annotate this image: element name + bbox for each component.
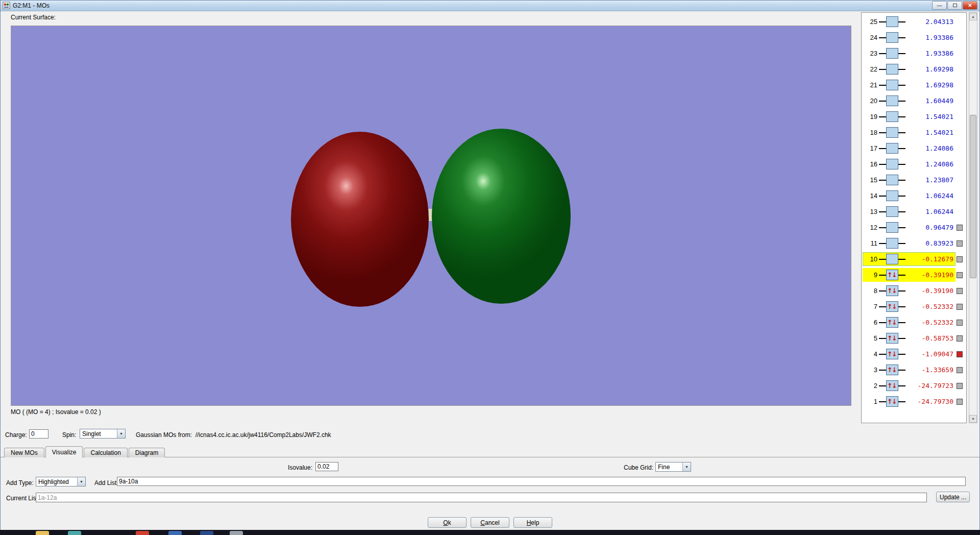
- ok-button[interactable]: Ok: [428, 517, 467, 528]
- mo-row-25[interactable]: 252.04313: [862, 14, 966, 30]
- mo-display-checkbox[interactable]: [957, 367, 963, 373]
- mo-display-checkbox[interactable]: [957, 304, 963, 310]
- mo-row-12[interactable]: 120.96479: [862, 220, 966, 235]
- mo-orbital-box[interactable]: [886, 190, 898, 201]
- mo-orbital-box[interactable]: [886, 16, 898, 27]
- update-button[interactable]: Update ...: [936, 492, 970, 502]
- chevron-down-icon[interactable]: ▼: [77, 477, 85, 486]
- mo-orbital-box[interactable]: [886, 175, 898, 185]
- mo-orbital-box[interactable]: ↑↓: [886, 301, 898, 312]
- chevron-down-icon[interactable]: ▼: [117, 429, 125, 438]
- mo-orbital-box[interactable]: ↑↓: [886, 396, 898, 407]
- mo-display-checkbox[interactable]: [957, 383, 963, 389]
- mo-row-16[interactable]: 161.24086: [862, 156, 966, 172]
- tab-diagram[interactable]: Diagram: [129, 448, 165, 457]
- mo-display-checkbox[interactable]: [957, 225, 963, 231]
- mo-orbital-box[interactable]: ↑↓: [886, 317, 898, 328]
- mo-row-22[interactable]: 221.69298: [862, 61, 966, 77]
- mo-orbital-box[interactable]: ↑↓: [886, 380, 898, 391]
- current-list-input[interactable]: [36, 493, 927, 502]
- mo-index: 11: [865, 239, 877, 247]
- mo-orbital-box[interactable]: ↑↓: [886, 285, 898, 296]
- mo-orbital-box[interactable]: [886, 95, 898, 106]
- mo-display-checkbox[interactable]: [957, 335, 963, 342]
- app-icon-darkblue[interactable]: [200, 531, 213, 535]
- mo-orbital-box[interactable]: [886, 32, 898, 43]
- mo-row-6[interactable]: 6↑↓-0.52332: [862, 314, 966, 330]
- mo-row-10[interactable]: 10-0.12679: [862, 251, 966, 267]
- minimize-button[interactable]: —: [932, 1, 947, 10]
- mo-orbital-box[interactable]: [886, 111, 898, 122]
- mo-row-3[interactable]: 3↑↓-1.33659: [862, 362, 966, 378]
- cancel-button[interactable]: Cancel: [471, 517, 509, 528]
- chevron-down-icon[interactable]: ▼: [682, 463, 691, 471]
- scroll-down-icon[interactable]: ▼: [969, 415, 977, 423]
- mo-row-1[interactable]: 1↑↓-24.79730: [862, 394, 966, 409]
- scroll-up-icon[interactable]: ▲: [969, 13, 977, 20]
- tab-visualize[interactable]: Visualize: [45, 446, 83, 457]
- mo-row-15[interactable]: 151.23807: [862, 172, 966, 188]
- mo-display-checkbox[interactable]: [957, 256, 963, 262]
- mo-row-7[interactable]: 7↑↓-0.52332: [862, 299, 966, 314]
- tab-calculation[interactable]: Calculation: [84, 448, 127, 457]
- mo-row-23[interactable]: 231.93386: [862, 45, 966, 61]
- mo-display-checkbox[interactable]: [957, 240, 963, 247]
- mo-orbital-box[interactable]: [886, 127, 898, 138]
- mo-display-checkbox[interactable]: [957, 288, 963, 294]
- folder-icon[interactable]: [36, 531, 49, 535]
- help-button[interactable]: Help: [513, 517, 552, 528]
- mo-row-17[interactable]: 171.24086: [862, 140, 966, 156]
- mo-orbital-box[interactable]: [886, 64, 898, 75]
- mo-index: 4: [865, 350, 877, 358]
- add-type-dropdown[interactable]: Highlighted ▼: [36, 477, 86, 487]
- isovalue-input[interactable]: [315, 462, 338, 471]
- app-icon-teal[interactable]: [68, 531, 81, 535]
- app-icon-gray[interactable]: [230, 531, 243, 535]
- mo-orbital-box[interactable]: [886, 206, 898, 217]
- add-list-input[interactable]: [117, 477, 966, 486]
- mo-list-scrollbar[interactable]: ▲ ▼: [969, 12, 977, 423]
- mo-orbital-box[interactable]: [886, 80, 898, 90]
- mo-display-checkbox[interactable]: [957, 399, 963, 405]
- tab-new-mos[interactable]: New MOs: [4, 448, 44, 457]
- mo-orbital-box[interactable]: ↑↓: [886, 333, 898, 344]
- close-button[interactable]: ✕: [963, 1, 977, 10]
- mo-orbital-box[interactable]: ↑↓: [886, 349, 898, 359]
- mo-display-checkbox[interactable]: [957, 272, 963, 278]
- mo-3d-viewport[interactable]: [11, 26, 851, 406]
- mo-connector-line: [898, 322, 905, 323]
- mo-orbital-box[interactable]: [886, 222, 898, 233]
- mo-row-9[interactable]: 9↑↓-0.39190: [862, 267, 966, 283]
- mo-row-8[interactable]: 8↑↓-0.39190: [862, 283, 966, 299]
- mo-orbital-box[interactable]: [886, 254, 898, 264]
- mo-display-checkbox[interactable]: [957, 320, 963, 326]
- cube-grid-dropdown[interactable]: Fine ▼: [655, 462, 691, 472]
- mo-connector-line: [879, 354, 886, 355]
- mo-row-18[interactable]: 181.54021: [862, 125, 966, 140]
- mo-orbital-box[interactable]: [886, 48, 898, 59]
- mo-row-24[interactable]: 241.93386: [862, 30, 966, 45]
- mo-row-2[interactable]: 2↑↓-24.79723: [862, 378, 966, 394]
- mo-row-21[interactable]: 211.69298: [862, 77, 966, 93]
- mo-orbital-box[interactable]: ↑↓: [886, 364, 898, 375]
- mo-row-14[interactable]: 141.06244: [862, 188, 966, 204]
- mo-orbital-box[interactable]: [886, 238, 898, 249]
- maximize-button[interactable]: [947, 1, 962, 10]
- charge-input[interactable]: [29, 429, 48, 439]
- mo-energy-value: 1.69298: [906, 81, 953, 89]
- mo-row-20[interactable]: 201.60449: [862, 93, 966, 109]
- mo-display-checkbox[interactable]: [957, 351, 963, 357]
- mo-orbital-box[interactable]: ↑↓: [886, 270, 898, 280]
- browser-icon-red[interactable]: [136, 531, 149, 535]
- mo-row-4[interactable]: 4↑↓-1.09047: [862, 346, 966, 362]
- mo-orbital-box[interactable]: [886, 159, 898, 169]
- scrollbar-thumb[interactable]: [970, 115, 976, 278]
- app-icon[interactable]: [3, 2, 10, 9]
- mo-orbital-box[interactable]: [886, 143, 898, 154]
- mo-row-5[interactable]: 5↑↓-0.58753: [862, 330, 966, 346]
- mo-row-11[interactable]: 110.83923: [862, 235, 966, 251]
- mo-row-13[interactable]: 131.06244: [862, 204, 966, 220]
- spin-dropdown[interactable]: Singlet ▼: [80, 429, 126, 439]
- mo-row-19[interactable]: 191.54021: [862, 109, 966, 125]
- app-icon-blue[interactable]: [168, 531, 182, 535]
